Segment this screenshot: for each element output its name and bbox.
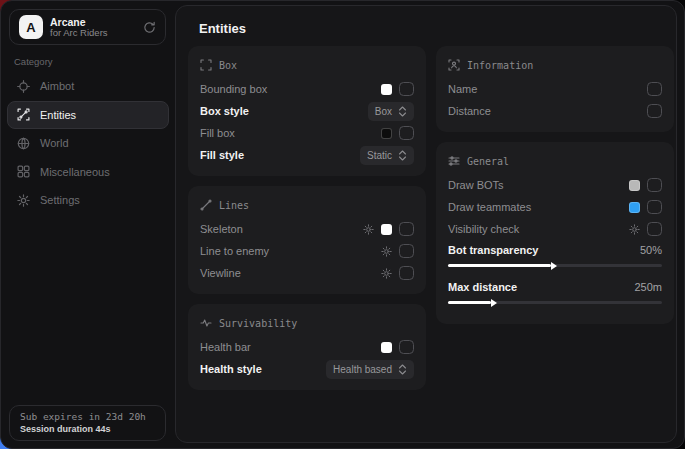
sidebar-item-aimbot[interactable]: Aimbot [7,72,169,100]
left-column: Box Bounding box Box style Box [188,46,426,400]
box-card: Box Bounding box Box style Box [188,46,426,176]
card-title: Box [219,60,237,71]
fill-box-checkbox[interactable] [399,126,414,140]
skeleton-checkbox[interactable] [399,222,414,236]
row-health-bar[interactable]: Health bar [200,336,414,358]
sidebar-item-label: Miscellaneous [40,166,110,178]
box-icon [200,59,212,71]
color-swatch[interactable] [629,180,640,191]
chevrons-up-down-icon [398,364,407,375]
color-swatch[interactable] [381,84,392,95]
line-icon [200,199,212,211]
row-visibility-check[interactable]: Visibility check [448,218,662,240]
name-checkbox[interactable] [647,82,662,96]
sidebar-item-settings[interactable]: Settings [7,186,169,214]
chevrons-up-down-icon [398,106,407,117]
app-logo: A [19,15,43,39]
sidebar-nav: Aimbot Entities World [7,72,169,215]
refresh-icon[interactable] [143,21,156,34]
row-bounding-box[interactable]: Bounding box [200,78,414,100]
color-swatch[interactable] [381,342,392,353]
line-to-enemy-checkbox[interactable] [399,244,414,258]
viewline-settings-gear-icon[interactable] [381,268,392,279]
bot-transparency-slider[interactable] [448,264,662,267]
sidebar-item-label: Entities [40,109,76,121]
distance-checkbox[interactable] [647,104,662,118]
row-name[interactable]: Name [448,78,662,100]
brand-card: A Arcane for Arc Riders [9,9,166,45]
crosshair-icon [17,80,30,93]
lines-card: Lines Skeleton [188,186,426,294]
fill-style-select[interactable]: Static [360,146,414,165]
card-title: General [467,156,509,167]
sidebar-item-world[interactable]: World [7,129,169,157]
sidebar-item-label: Settings [40,194,80,206]
row-distance[interactable]: Distance [448,100,662,122]
category-label: Category [14,56,53,67]
sub-expiry-text: Sub expires in 23d 20h [20,411,155,422]
sidebar-item-label: Aimbot [40,80,74,92]
slider-group-bot-transparency: Bot transparency 50% [448,240,662,267]
skeleton-settings-gear-icon[interactable] [363,224,374,235]
box-card-header: Box [200,56,414,74]
app-window: A Arcane for Arc Riders Category Aimbot [0,0,685,449]
lines-card-header: Lines [200,196,414,214]
visibility-check-checkbox[interactable] [647,222,662,236]
chevrons-up-down-icon [398,150,407,161]
slider-thumb[interactable] [551,262,557,270]
card-title: Survivability [219,318,297,329]
general-card-header: General [448,152,662,170]
subscription-info-card: Sub expires in 23d 20h Session duration … [9,405,166,441]
row-health-style: Health style Health based [200,358,414,380]
grid-icon [17,165,30,178]
viewline-checkbox[interactable] [399,266,414,280]
gear-icon [17,194,30,207]
sliders-icon [448,155,460,167]
slider-thumb[interactable] [491,299,497,307]
card-title: Information [467,60,533,71]
survivability-card: Survivability Health bar Health style He… [188,304,426,390]
visibility-check-settings-gear-icon[interactable] [629,224,640,235]
globe-icon [17,137,30,150]
health-style-select[interactable]: Health based [326,360,414,379]
row-fill-box[interactable]: Fill box [200,122,414,144]
sidebar-item-miscellaneous[interactable]: Miscellaneous [7,158,169,186]
session-duration-text: Session duration 44s [20,424,155,434]
row-draw-bots[interactable]: Draw BOTs [448,174,662,196]
slider-group-max-distance: Max distance 250m [448,277,662,304]
entities-icon [17,108,30,121]
row-fill-style: Fill style Static [200,144,414,166]
sidebar-item-entities[interactable]: Entities [7,101,169,129]
card-title: Lines [219,200,249,211]
max-distance-slider[interactable] [448,301,662,304]
main-panel: Entities Box Bounding box [175,5,677,443]
row-draw-teammates[interactable]: Draw teammates [448,196,662,218]
row-box-style: Box style Box [200,100,414,122]
bounding-box-checkbox[interactable] [399,82,414,96]
information-card-header: Information [448,56,662,74]
health-bar-checkbox[interactable] [399,340,414,354]
app-title: Arcane [50,16,108,28]
sidebar-item-label: World [40,137,69,149]
survivability-card-header: Survivability [200,314,414,332]
draw-bots-checkbox[interactable] [647,178,662,192]
row-viewline[interactable]: Viewline [200,262,414,284]
row-line-to-enemy[interactable]: Line to enemy [200,240,414,262]
color-swatch[interactable] [381,128,392,139]
right-column: Information Name Distance [436,46,674,334]
max-distance-value: 250m [634,281,662,293]
person-scan-icon [448,59,460,71]
bot-transparency-value: 50% [640,244,662,256]
box-style-select[interactable]: Box [368,102,414,121]
information-card: Information Name Distance [436,46,674,132]
draw-teammates-checkbox[interactable] [647,200,662,214]
row-skeleton[interactable]: Skeleton [200,218,414,240]
color-swatch[interactable] [629,202,640,213]
heartbeat-icon [200,317,212,329]
color-swatch[interactable] [381,224,392,235]
sidebar: A Arcane for Arc Riders Category Aimbot [1,1,174,448]
general-card: General Draw BOTs Draw teammates [436,142,674,324]
brand-text: Arcane for Arc Riders [50,16,108,39]
app-subtitle: for Arc Riders [50,28,108,39]
line-to-enemy-settings-gear-icon[interactable] [381,246,392,257]
